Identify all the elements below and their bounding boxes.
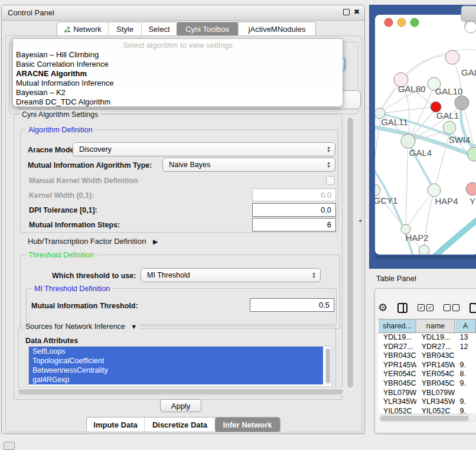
mi-type-combo[interactable]: Naive Bayes ▲▼	[162, 158, 335, 172]
table-cell[interactable]: 13	[455, 333, 476, 343]
table-cell[interactable]: 8.	[455, 370, 476, 379]
algorithm-option-bayesian-k2[interactable]: Bayesian – K2	[16, 88, 340, 97]
table-row[interactable]: YLR345WYLR345W9.	[378, 397, 476, 407]
column-header-name[interactable]: name	[416, 319, 455, 332]
tab-label: Cyni Toolbox	[185, 25, 229, 34]
algorithm-option-aracne-algorithm[interactable]: ARACNE Algorithm	[16, 69, 340, 79]
tab-impute-data[interactable]: Impute Data	[87, 418, 144, 432]
table-row[interactable]: YBL079WYBL079W	[378, 389, 476, 398]
node-label-swi4: SWI4	[449, 135, 471, 145]
table-cell[interactable]: YDR27...	[416, 343, 455, 352]
panel-toggle-icon[interactable]	[4, 442, 15, 450]
node-pink-right[interactable]	[466, 182, 476, 195]
tab-select[interactable]: Select	[141, 22, 177, 36]
column-header-A[interactable]: A	[455, 319, 476, 332]
table-cell[interactable]: YLR345W	[416, 397, 455, 407]
zoom-traffic-light[interactable]	[410, 18, 419, 27]
table-cell[interactable]: 9.	[455, 379, 476, 389]
table-cell[interactable]: YBR043C	[416, 351, 455, 361]
close-traffic-light[interactable]	[384, 18, 393, 27]
attributes-scrollbar[interactable]	[325, 348, 331, 384]
gear-icon[interactable]: ⚙	[378, 301, 387, 314]
table-cell[interactable]: YDL19...	[416, 333, 455, 343]
data-attributes-list[interactable]: SelfLoopsTopologicalCoefficientBetweenne…	[28, 346, 332, 387]
tab-network[interactable]: Network	[57, 22, 108, 36]
table-cell[interactable]: YER054C	[416, 370, 455, 379]
settings-horizontal-scrollbar[interactable]	[17, 387, 347, 396]
table-cell[interactable]: YPR145W	[416, 361, 455, 370]
kernel-width-field[interactable]: 0.0	[252, 188, 336, 201]
collapse-down-icon[interactable]: ▼	[131, 323, 137, 330]
table-cell[interactable]: 9.	[455, 361, 476, 370]
table-cell[interactable]	[455, 351, 476, 361]
table-cell[interactable]: YBL079W	[378, 389, 416, 398]
table-cell[interactable]: 12	[455, 343, 476, 352]
algorithm-option-bayesian-hill-climbing[interactable]: Bayesian – Hill Climbing	[16, 50, 340, 60]
float-window-icon[interactable]	[343, 9, 350, 15]
checked-boxes-icon[interactable]: ✓✓	[418, 304, 433, 311]
sources-group-label[interactable]: Sources for Network Inference ▼	[23, 322, 139, 331]
minimize-traffic-light[interactable]	[397, 18, 406, 27]
node-gal-pink-top[interactable]	[445, 50, 459, 64]
table-cell[interactable]: YBR045C	[416, 379, 455, 389]
network-view[interactable]: GALGAL80GAL10GAL11GAL1SWI4GAL4GCY1HAP4YH…	[369, 5, 476, 269]
table-cell[interactable]: 9.	[455, 407, 476, 413]
node-gray[interactable]	[455, 96, 469, 110]
table-cell[interactable]	[455, 389, 476, 398]
table-cell[interactable]: YDL19...	[378, 333, 416, 343]
table-row[interactable]: YBR045CYBR045C9.	[378, 379, 476, 389]
expand-right-icon[interactable]: ▶	[153, 238, 158, 245]
mi-threshold-field[interactable]: 0.5	[250, 298, 334, 312]
attribute-item-topologicalcoefficient[interactable]: TopologicalCoefficient	[29, 356, 323, 366]
table-horizontal-scrollbar[interactable]	[379, 414, 476, 422]
hub-expander[interactable]: Hub/Transcription Factor Definition ▶	[28, 237, 158, 246]
column-header-shared[interactable]: shared...	[378, 319, 416, 332]
table-cell[interactable]: YLR345W	[378, 397, 416, 407]
close-icon[interactable]: ✖	[354, 8, 360, 15]
table-cell[interactable]: YPR145W	[378, 361, 416, 370]
table-row[interactable]: YDR27...YDR27...12	[378, 343, 476, 352]
aracne-mode-combo[interactable]: Discovery ▲▼	[73, 142, 335, 156]
node-bottom[interactable]	[419, 245, 429, 256]
table-cell[interactable]: YIL052C	[416, 407, 455, 413]
table-cell[interactable]: 9.	[455, 397, 476, 407]
algorithm-option-dream8-dc-tdc-algorithm[interactable]: Dream8 DC_TDC Algorithm	[16, 97, 340, 107]
tab-discretize-data[interactable]: Discretize Data	[144, 418, 215, 432]
table-row[interactable]: YIL052CYIL052C9.	[378, 407, 476, 413]
mi-steps-field[interactable]: 6	[252, 218, 336, 231]
page-icon[interactable]	[470, 303, 476, 313]
table-cell[interactable]: YBL079W	[416, 389, 455, 398]
table-cell[interactable]: YIL052C	[378, 407, 416, 413]
node-partial-edge[interactable]	[465, 21, 476, 33]
table-cell[interactable]: YDR27...	[378, 343, 416, 352]
manual-kernel-checkbox[interactable]	[326, 176, 335, 185]
table-row[interactable]: YPR145WYPR145W9.	[378, 361, 476, 370]
which-threshold-value: MI Threshold	[147, 271, 190, 279]
tab-style[interactable]: Style	[108, 22, 141, 36]
control-panel-titlebar[interactable]: Control Panel ✖	[2, 5, 364, 21]
tab-infer-network[interactable]: Infer Network	[215, 418, 280, 432]
unchecked-boxes-icon[interactable]	[444, 304, 459, 311]
algorithm-option-basic-correlation-inference[interactable]: Basic Correlation Inference	[16, 60, 340, 69]
table-row[interactable]: YBR043CYBR043C	[378, 351, 476, 361]
apply-button[interactable]: Apply	[160, 399, 201, 412]
splitpane-grip-icon[interactable]: ◂	[358, 218, 363, 223]
split-columns-icon[interactable]	[397, 303, 407, 313]
table-cell[interactable]: YBR045C	[378, 379, 416, 389]
table-cell[interactable]: YBR043C	[378, 351, 416, 361]
algorithm-option-mutual-information-inference[interactable]: Mutual Information Inference	[16, 79, 340, 88]
attribute-item-selfloops[interactable]: SelfLoops	[29, 347, 323, 356]
settings-vertical-scrollbar[interactable]	[346, 116, 354, 390]
table-row[interactable]: YER054CYER054C8.	[378, 370, 476, 379]
table-cell[interactable]: YER054C	[378, 370, 416, 379]
node-hap4[interactable]	[428, 184, 441, 197]
tab-jactivemnodules[interactable]: jActiveMNodules	[238, 22, 315, 36]
tab-cyni-toolbox[interactable]: Cyni Toolbox	[177, 22, 238, 36]
dpi-tolerance-field[interactable]: 0.0	[252, 203, 336, 217]
which-threshold-combo[interactable]: MI Threshold ▲▼	[141, 268, 321, 282]
node-gal1[interactable]	[443, 121, 456, 134]
attribute-item-gal4rgexp[interactable]: gal4RGexp	[29, 375, 323, 384]
node-gal4[interactable]	[401, 134, 415, 148]
attribute-item-betweennesscentrality[interactable]: BetweennessCentrality	[29, 366, 323, 375]
table-row[interactable]: YDL19...YDL19...13	[378, 333, 476, 343]
